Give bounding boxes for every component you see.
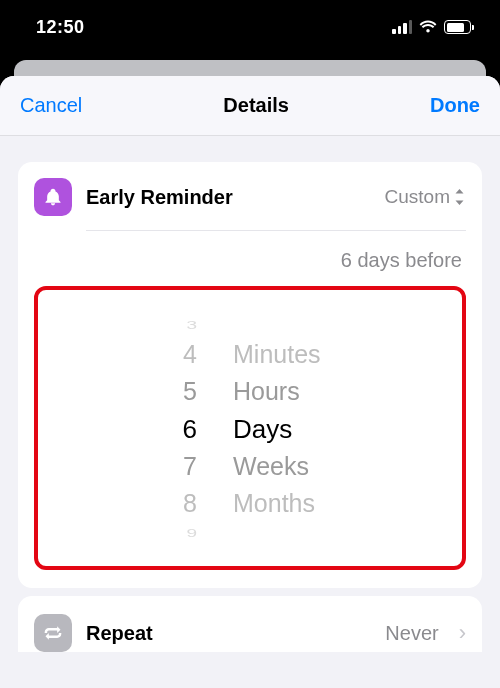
bell-icon	[34, 178, 72, 216]
picker-number-column[interactable]: 3 4 5 6 7 8 9	[117, 314, 197, 544]
repeat-value: Never	[385, 622, 438, 645]
page-title: Details	[223, 94, 289, 117]
picker-unit-option[interactable]: Months	[233, 485, 315, 522]
time-picker[interactable]: 3 4 5 6 7 8 9 Minutes Hours Days	[38, 314, 462, 544]
picker-number-option[interactable]: 9	[186, 526, 197, 539]
status-bar: 12:50	[0, 0, 500, 54]
early-reminder-mode-selector[interactable]: Custom	[385, 186, 466, 208]
picker-number-option[interactable]: 8	[183, 485, 197, 522]
picker-unit-column[interactable]: Minutes Hours Days Weeks Months	[233, 314, 383, 544]
battery-icon	[444, 20, 474, 34]
done-button[interactable]: Done	[430, 94, 480, 117]
early-reminder-mode-value: Custom	[385, 186, 450, 208]
chevron-right-icon: ›	[459, 620, 466, 646]
picker-number-option[interactable]: 5	[183, 373, 197, 410]
early-reminder-label: Early Reminder	[86, 186, 371, 209]
navbar: Cancel Details Done	[0, 76, 500, 136]
wifi-icon	[419, 20, 437, 34]
repeat-row[interactable]: Repeat Never ›	[18, 596, 482, 652]
picker-number-option[interactable]: 3	[186, 318, 197, 331]
picker-number-selected[interactable]: 6	[183, 410, 197, 447]
cellular-signal-icon	[392, 20, 412, 34]
picker-highlight-box: 3 4 5 6 7 8 9 Minutes Hours Days	[34, 286, 466, 570]
status-icons	[392, 20, 474, 34]
picker-number-option[interactable]: 4	[183, 336, 197, 373]
content-area: Early Reminder Custom 6 days before 3	[0, 136, 500, 652]
picker-unit-selected[interactable]: Days	[233, 410, 292, 447]
early-reminder-summary: 6 days before	[34, 231, 466, 282]
repeat-label: Repeat	[86, 622, 371, 645]
picker-unit-option[interactable]: Weeks	[233, 448, 309, 485]
early-reminder-card: Early Reminder Custom 6 days before 3	[18, 162, 482, 588]
picker-unit-option[interactable]: Hours	[233, 373, 300, 410]
status-time: 12:50	[36, 17, 85, 38]
picker-number-option[interactable]: 7	[183, 448, 197, 485]
cancel-button[interactable]: Cancel	[20, 94, 82, 117]
early-reminder-header[interactable]: Early Reminder Custom	[34, 178, 466, 230]
picker-unit-option[interactable]: Minutes	[233, 336, 321, 373]
details-sheet: Cancel Details Done Early Reminder Custo…	[0, 76, 500, 688]
repeat-icon	[34, 614, 72, 652]
up-down-chevron-icon	[453, 188, 466, 206]
